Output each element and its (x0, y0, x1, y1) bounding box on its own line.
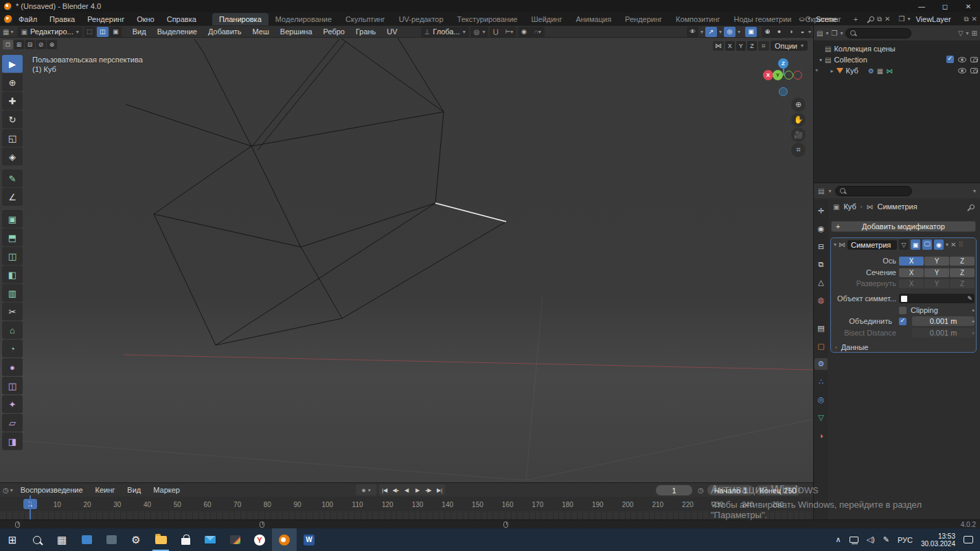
select-mode-4[interactable]: ⊗ (47, 40, 57, 49)
on-cage-toggle[interactable]: ▽ (899, 239, 909, 250)
transform-orientation-dropdown[interactable]: ⊥ Глоба... ▾ (421, 27, 469, 37)
falloff-dropdown[interactable]: ∩▾ (529, 27, 545, 37)
flip-y-button[interactable]: Y (924, 279, 949, 288)
outliner-row-cube[interactable]: ⌖ ▸ Куб ⚙ ▦ ⋈ (814, 65, 980, 76)
workspace-tab-3[interactable]: UV-редактор (392, 13, 451, 25)
viewport-menu-4[interactable]: Вершина (275, 27, 318, 36)
properties-search-input[interactable] (835, 186, 912, 196)
snap-widget-icon[interactable]: ⌗ (758, 41, 769, 51)
store-app[interactable] (173, 528, 198, 551)
workspace-tab-0[interactable]: Планировка (212, 13, 269, 25)
clipping-checkbox[interactable] (899, 307, 907, 314)
collection-checkbox[interactable] (946, 56, 954, 63)
minimize-button[interactable]: — (910, 0, 933, 12)
timeline-menu-3[interactable]: Маркер (147, 486, 186, 494)
gizmo-z-axis[interactable]: Z (778, 58, 788, 69)
prev-keyframe-button[interactable]: ◀• (390, 484, 401, 495)
hide-eye-icon[interactable] (958, 68, 966, 73)
collection-expand-icon[interactable]: ▾ (819, 57, 822, 63)
properties-editor-icon[interactable]: ▤ (818, 187, 824, 195)
object-tab[interactable]: ▢ (814, 340, 828, 352)
loop-cut-tool[interactable]: ▥ (2, 284, 23, 302)
workspace-tab-8[interactable]: Композитинг (669, 13, 727, 25)
spin-tool[interactable]: ◔ (2, 340, 23, 357)
search-button[interactable] (25, 528, 49, 551)
visibility-dropdown[interactable]: 👁 (687, 27, 698, 37)
axis-x-button[interactable]: X (899, 257, 924, 266)
network-icon[interactable] (850, 537, 858, 543)
editor-type-chevron[interactable]: ▾ (10, 29, 13, 35)
scene-tab[interactable]: △ (814, 277, 828, 288)
material-tab[interactable]: ◑ (814, 430, 828, 441)
options-dropdown[interactable]: Опции ▾ (771, 40, 808, 51)
modifier-name-field[interactable]: Симметрия (847, 240, 897, 250)
start-button[interactable]: ⊞ (0, 528, 25, 551)
render-display-toggle[interactable]: ◉ (934, 239, 944, 250)
workspace-tab-6[interactable]: Анимация (569, 13, 618, 25)
viewlayer-dropdown-chevron[interactable]: ▾ (907, 16, 910, 22)
clock[interactable]: 13:53 30.03.2024 (921, 532, 955, 548)
bisect-z-button[interactable]: Z (950, 268, 975, 277)
settings-app[interactable]: ⚙ (124, 528, 148, 551)
word-app[interactable]: W (297, 528, 321, 551)
mirror-icon[interactable]: ⋈ (713, 41, 724, 51)
shrink-fatten-tool[interactable]: ✦ (2, 395, 23, 413)
flip-z-button[interactable]: Z (950, 279, 975, 288)
menu-3[interactable]: Окно (130, 15, 161, 23)
gizmo-z-neg-axis[interactable] (779, 87, 788, 96)
proportional-edit-toggle[interactable]: ◉ (518, 27, 529, 37)
collection-tab[interactable]: ▤ (814, 323, 828, 334)
workspace-tab-5[interactable]: Шейдинг (524, 13, 569, 25)
extras-dropdown[interactable]: ▾ (946, 242, 948, 248)
vertex-select-toggle[interactable]: ⬚ (84, 27, 95, 37)
timeline-ruler[interactable]: 1 10203040506070809010011012013014015016… (0, 497, 813, 511)
workspace-tab-9[interactable]: Ноды геометрии (727, 13, 799, 25)
menu-2[interactable]: Рендеринг (81, 15, 130, 23)
task-view-button[interactable]: ▦ (49, 528, 74, 551)
bisect-distance-field[interactable]: 0.001 m (912, 328, 975, 338)
mirror-modifier-icon[interactable]: ⋈ (886, 67, 893, 75)
modifier-wrench-icon[interactable]: ⚙ (868, 67, 874, 75)
snap-target-dropdown[interactable]: ⊢▾ (501, 27, 516, 37)
jump-to-end-button[interactable]: ▶| (434, 484, 445, 495)
volume-icon[interactable]: ◁) (867, 535, 875, 544)
output-tab[interactable]: ⊟ (814, 241, 828, 253)
pen-icon[interactable]: ✎ (883, 535, 889, 544)
pin-id-icon[interactable] (969, 204, 976, 211)
workspace-tab-2[interactable]: Скульптинг (339, 13, 392, 25)
photos-app[interactable] (99, 528, 124, 551)
language-indicator[interactable]: РУС (898, 536, 913, 544)
solid-shading-button[interactable]: ● (773, 27, 785, 37)
drag-handle-icon[interactable]: ⠿ (958, 241, 963, 248)
new-collection-button[interactable]: ⊞ (972, 30, 977, 37)
play-button[interactable]: ▶ (412, 484, 423, 495)
cube-expand-icon[interactable]: ▸ (831, 68, 834, 74)
gizmo-y-neg-axis[interactable] (784, 71, 793, 80)
outliner-display-mode-dropdown[interactable]: ▤ (817, 30, 823, 37)
mirror-object-field[interactable]: ✎ (899, 294, 975, 303)
use-preview-range-icon[interactable]: ◷ (698, 486, 704, 494)
view-layer-tab[interactable]: ⧉ (814, 259, 828, 270)
current-frame-field[interactable]: 1 (656, 485, 692, 495)
edge-select-toggle[interactable]: ◫ (97, 27, 109, 37)
pivot-point-dropdown[interactable]: ◎ ▾ (470, 27, 489, 37)
menu-4[interactable]: Справка (161, 15, 203, 23)
menu-0[interactable]: Файл (12, 15, 43, 23)
object-data-tab[interactable]: ▽ (814, 412, 828, 423)
outliner-filter-id-dropdown[interactable]: ❐ (831, 30, 837, 37)
gizmo-y-axis[interactable]: Y (773, 70, 783, 80)
hide-eye-icon[interactable] (958, 57, 966, 62)
rotate-tool[interactable]: ↻ (2, 110, 23, 128)
shear-tool[interactable]: ▱ (2, 414, 23, 432)
tool-tab[interactable]: ✛ (814, 205, 828, 217)
yandex-browser-app[interactable]: Y (247, 528, 272, 551)
pan-view-icon[interactable]: ✋ (791, 113, 806, 127)
overlays-dropdown[interactable]: ◎ (724, 27, 736, 37)
scene-name-field[interactable]: Scene (813, 15, 867, 23)
bisect-x-button[interactable]: X (899, 268, 924, 277)
blender-menu-icon[interactable] (4, 15, 12, 23)
people-app[interactable] (74, 528, 99, 551)
flip-x-button[interactable]: X (899, 279, 924, 288)
merge-checkbox[interactable] (899, 318, 907, 325)
jump-to-start-button[interactable]: |◀ (379, 484, 390, 495)
